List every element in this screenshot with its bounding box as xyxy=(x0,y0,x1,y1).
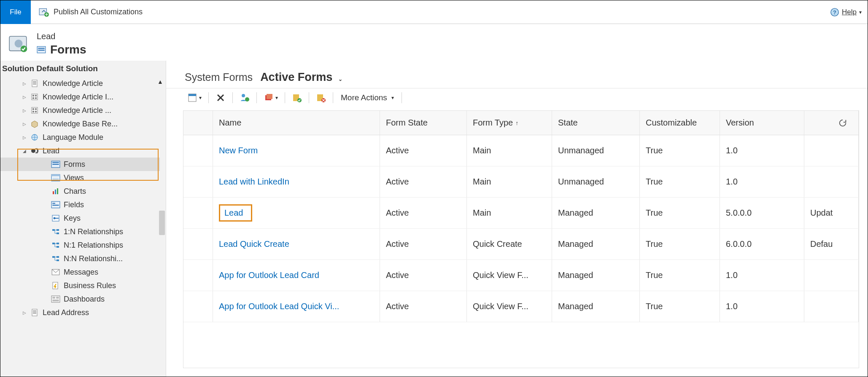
col-header-customizable[interactable]: Customizable xyxy=(640,111,720,135)
tree-item-label: 1:N Relationships xyxy=(64,227,123,236)
publish-all-customizations-button[interactable]: Publish All Customizations xyxy=(31,7,150,18)
row-version: 1.0 xyxy=(720,135,804,166)
row-check-cell[interactable] xyxy=(183,291,213,322)
col-header-form-state[interactable]: Form State xyxy=(380,111,467,135)
svg-rect-35 xyxy=(57,188,58,194)
expander-icon[interactable]: ▷ xyxy=(22,135,27,140)
expander-icon[interactable]: ▷ xyxy=(22,81,27,86)
row-check-cell[interactable] xyxy=(183,166,213,197)
row-check-cell[interactable] xyxy=(183,198,213,228)
file-menu-button[interactable]: File xyxy=(0,0,31,24)
tree-item-knowledge-article[interactable]: ▷Knowledge Article xyxy=(0,77,160,90)
col-header-state[interactable]: State xyxy=(552,111,640,135)
row-form-type: Main xyxy=(467,135,552,166)
row-name-link[interactable]: Lead Quick Create xyxy=(213,229,380,259)
expander-icon[interactable]: ▷ xyxy=(22,310,27,315)
tree-item-1-n-relationships[interactable]: 1:N Relationships xyxy=(0,225,160,238)
col-header-name[interactable]: Name xyxy=(213,111,380,135)
tree-item-dashboards[interactable]: Dashboards xyxy=(0,292,160,306)
row-name-link[interactable]: Lead with LinkedIn xyxy=(213,166,380,197)
row-state: Managed xyxy=(552,260,640,291)
svg-rect-27 xyxy=(52,162,59,163)
tree-item-knowledge-article-i-[interactable]: ▷Knowledge Article I... xyxy=(0,90,160,104)
col-header-form-type[interactable]: Form Type ↑ xyxy=(467,111,552,135)
row-state: Managed xyxy=(552,291,640,322)
chevron-down-icon: ▾ xyxy=(859,9,862,15)
row-check-cell[interactable] xyxy=(183,229,213,259)
row-name-link[interactable]: New Form xyxy=(213,135,380,166)
col-header-desc[interactable] xyxy=(804,111,859,135)
view-selector[interactable]: Active Forms ⌄ xyxy=(260,71,342,84)
table-row[interactable]: App for Outlook Lead CardActiveQuick Vie… xyxy=(183,260,859,291)
row-check-cell[interactable] xyxy=(183,260,213,291)
svg-rect-11 xyxy=(33,81,36,82)
expander-icon[interactable]: ▷ xyxy=(22,108,27,113)
tree-item-charts[interactable]: Charts xyxy=(0,184,160,198)
help-label: Help xyxy=(842,8,857,16)
svg-rect-45 xyxy=(52,243,55,244)
row-customizable: True xyxy=(640,198,720,228)
form-order-button[interactable]: ▾ xyxy=(259,91,282,104)
svg-rect-23 xyxy=(35,111,37,112)
delete-button[interactable] xyxy=(211,91,230,104)
field-icon xyxy=(51,201,60,209)
tree-item-label: Messages xyxy=(64,268,98,277)
row-form-state: Active xyxy=(380,229,467,259)
svg-rect-62 xyxy=(189,94,196,96)
row-state: Managed xyxy=(552,229,640,259)
new-record-button[interactable]: ▾ xyxy=(183,91,206,104)
table-row[interactable]: Lead Quick CreateActiveQuick CreateManag… xyxy=(183,229,859,260)
svg-rect-55 xyxy=(56,297,59,299)
deactivate-button[interactable] xyxy=(312,91,330,104)
scrollbar-thumb[interactable] xyxy=(159,211,165,235)
tree-item-lead-address[interactable]: ▷Lead Address xyxy=(0,306,160,319)
table-row[interactable]: New FormActiveMainUnmanagedTrue1.0 xyxy=(183,135,859,166)
svg-rect-21 xyxy=(35,108,37,110)
tree-item-n-1-relationships[interactable]: N:1 Relationships xyxy=(0,238,160,252)
tree-item-fields[interactable]: Fields xyxy=(0,198,160,211)
scroll-up-icon[interactable]: ▲ xyxy=(157,78,163,84)
svg-rect-18 xyxy=(35,97,37,99)
tree-item-views[interactable]: Views xyxy=(0,171,160,184)
tree: ▷Knowledge Article▷Knowledge Article I..… xyxy=(0,77,166,319)
row-version: 1.0 xyxy=(720,291,804,322)
forms-stack-icon xyxy=(264,93,274,103)
more-actions-button[interactable]: More Actions ▾ xyxy=(336,91,399,104)
row-name-link[interactable]: App for Outlook Lead Quick Vi... xyxy=(213,291,380,322)
activate-button[interactable] xyxy=(288,91,306,104)
col-header-version[interactable]: Version xyxy=(720,111,804,135)
expander-icon[interactable]: ▷ xyxy=(22,122,27,126)
row-description: Defau xyxy=(804,229,859,259)
highlighted-cell: Lead xyxy=(219,204,252,222)
enable-security-roles-button[interactable] xyxy=(235,91,254,104)
row-form-state: Active xyxy=(380,135,467,166)
col-header-check[interactable] xyxy=(183,111,213,135)
help-button[interactable]: ? Help ▾ xyxy=(830,8,862,17)
tree-item-knowledge-base-re-[interactable]: ▷Knowledge Base Re... xyxy=(0,117,160,131)
row-name-link[interactable]: Lead xyxy=(213,198,380,228)
tree-item-business-rules[interactable]: Business Rules xyxy=(0,279,160,292)
page-title: Forms xyxy=(50,43,86,56)
row-name-link[interactable]: App for Outlook Lead Card xyxy=(213,260,380,291)
toolbar-separator xyxy=(333,92,333,103)
table-row[interactable]: LeadActiveMainManagedTrue5.0.0.0Updat xyxy=(183,198,859,229)
svg-rect-66 xyxy=(267,94,272,99)
tree-item-n-n-relationshi-[interactable]: N:N Relationshi... xyxy=(0,252,160,265)
tree-item-keys[interactable]: Keys xyxy=(0,211,160,225)
expander-icon[interactable]: ▷ xyxy=(22,95,27,99)
row-check-cell[interactable] xyxy=(183,135,213,166)
table-row[interactable]: Lead with LinkedInActiveMainUnmanagedTru… xyxy=(183,166,859,198)
tree-item-language-module[interactable]: ▷Language Module xyxy=(0,131,160,144)
tree-item-knowledge-article-[interactable]: ▷Knowledge Article ... xyxy=(0,104,160,117)
tree-item-label: Lead Address xyxy=(43,308,89,317)
row-state: Managed xyxy=(552,198,640,228)
entity-icon xyxy=(8,34,29,55)
refresh-icon[interactable] xyxy=(838,118,847,128)
tree-item-messages[interactable]: Messages xyxy=(0,265,160,279)
table-row[interactable]: App for Outlook Lead Quick Vi...ActiveQu… xyxy=(183,291,859,322)
expander-icon[interactable]: ◢ xyxy=(22,149,27,153)
svg-point-40 xyxy=(54,217,56,219)
tree-item-forms[interactable]: Forms xyxy=(0,158,160,171)
row-description xyxy=(804,260,859,291)
tree-item-lead[interactable]: ◢Lead xyxy=(0,144,160,158)
